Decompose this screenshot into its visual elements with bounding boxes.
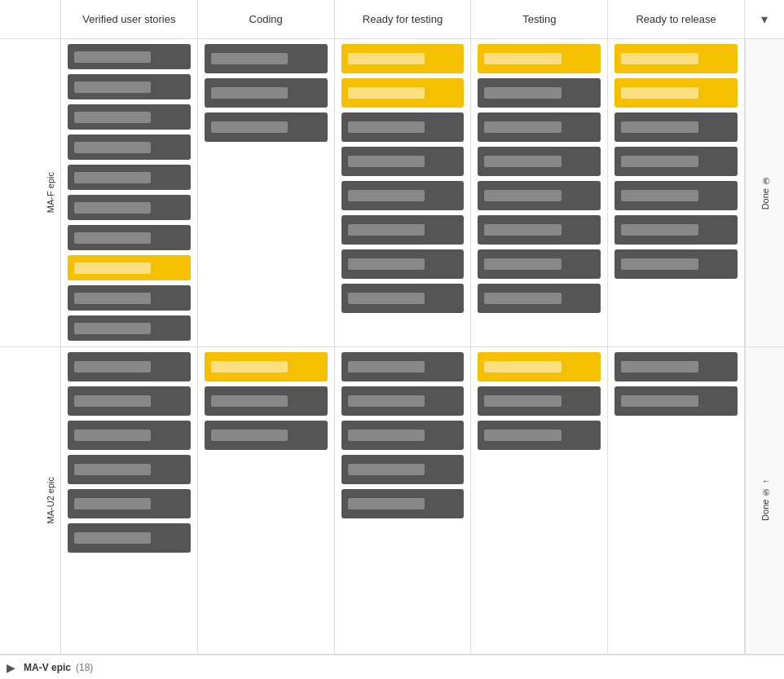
col-coding-mau2 xyxy=(198,347,335,655)
header-ready-for-testing: Ready for testing xyxy=(335,0,472,38)
kanban-board: Verified user stories Coding Ready for t… xyxy=(0,0,784,679)
card[interactable] xyxy=(341,352,465,381)
header-verified: Verified user stories xyxy=(61,0,198,38)
header-row: Verified user stories Coding Ready for t… xyxy=(0,0,784,39)
header-empty-cell xyxy=(0,0,61,38)
card[interactable] xyxy=(614,78,738,108)
card[interactable] xyxy=(205,78,328,108)
epic-label-mau2: MA-U2 epic xyxy=(0,347,61,655)
card[interactable] xyxy=(68,255,191,280)
card[interactable] xyxy=(68,165,191,190)
card[interactable] xyxy=(614,215,738,245)
card[interactable] xyxy=(478,147,601,176)
card[interactable] xyxy=(341,112,465,142)
card[interactable] xyxy=(614,386,738,416)
card[interactable] xyxy=(341,215,465,245)
epic-count: (18) xyxy=(76,662,93,673)
epic-label-maf: MA-F epic xyxy=(0,39,61,346)
card[interactable] xyxy=(68,421,191,450)
card[interactable] xyxy=(341,181,465,210)
card[interactable] xyxy=(341,249,465,279)
col-rtr-mau2 xyxy=(608,347,745,655)
epic-name: MA-V epic xyxy=(24,662,71,673)
card[interactable] xyxy=(68,195,191,220)
card[interactable] xyxy=(478,284,601,313)
done-col-mau2: Done ⑤ ↑ xyxy=(745,347,784,655)
card[interactable] xyxy=(341,489,465,518)
card[interactable] xyxy=(341,421,465,450)
col-testing-maf xyxy=(471,39,608,346)
card[interactable] xyxy=(205,421,328,450)
card[interactable] xyxy=(68,315,191,341)
col-rtr-maf xyxy=(608,39,745,346)
card[interactable] xyxy=(205,44,328,73)
epic-row-mau2: MA-U2 epic xyxy=(0,347,784,655)
card[interactable] xyxy=(68,225,191,250)
header-testing: Testing xyxy=(471,0,608,38)
card[interactable] xyxy=(614,352,738,381)
col-rft-maf xyxy=(335,39,472,346)
card[interactable] xyxy=(68,285,191,311)
epic-row-maf: MA-F epic xyxy=(0,39,784,347)
expand-icon[interactable]: ▶ xyxy=(7,661,15,674)
card[interactable] xyxy=(478,249,601,279)
card[interactable] xyxy=(478,78,601,108)
header-expand[interactable]: ▾ xyxy=(745,0,784,38)
card[interactable] xyxy=(205,112,328,142)
card[interactable] xyxy=(341,284,465,313)
card[interactable] xyxy=(68,386,191,416)
col-verified-mau2 xyxy=(61,347,198,655)
chevron-down-icon: ▾ xyxy=(761,11,768,27)
card[interactable] xyxy=(205,352,328,381)
card[interactable] xyxy=(68,44,191,69)
card[interactable] xyxy=(478,352,601,381)
card[interactable] xyxy=(341,455,465,484)
col-rft-mau2 xyxy=(335,347,472,655)
col-coding-maf xyxy=(198,39,335,346)
card[interactable] xyxy=(68,352,191,381)
card[interactable] xyxy=(68,455,191,484)
card[interactable] xyxy=(614,249,738,279)
card[interactable] xyxy=(478,215,601,245)
card[interactable] xyxy=(205,386,328,416)
done-col-maf: Done ③ xyxy=(745,39,784,346)
card[interactable] xyxy=(68,489,191,518)
header-coding: Coding xyxy=(198,0,335,38)
card[interactable] xyxy=(478,421,601,450)
col-testing-mau2 xyxy=(471,347,608,655)
card[interactable] xyxy=(68,523,191,553)
bottom-epic-bar[interactable]: ▶ MA-V epic (18) xyxy=(0,655,784,679)
card[interactable] xyxy=(478,112,601,142)
card[interactable] xyxy=(341,78,465,108)
card[interactable] xyxy=(614,44,738,73)
card[interactable] xyxy=(68,104,191,130)
card[interactable] xyxy=(478,181,601,210)
card[interactable] xyxy=(341,147,465,176)
col-verified-maf xyxy=(61,39,198,346)
card[interactable] xyxy=(478,386,601,416)
card[interactable] xyxy=(478,44,601,73)
card[interactable] xyxy=(68,74,191,99)
header-ready-to-release: Ready to release xyxy=(608,0,745,38)
card[interactable] xyxy=(68,134,191,160)
card[interactable] xyxy=(614,147,738,176)
card[interactable] xyxy=(341,44,465,73)
card[interactable] xyxy=(614,181,738,210)
card[interactable] xyxy=(614,112,738,142)
card[interactable] xyxy=(341,386,465,416)
